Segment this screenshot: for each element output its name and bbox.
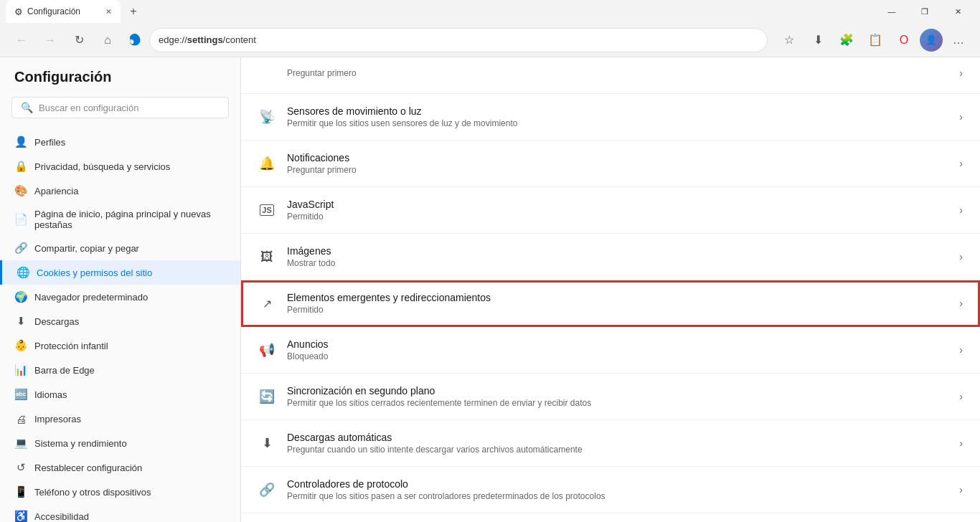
restore-button[interactable]: ❐: [908, 0, 941, 23]
settings-item-javascript[interactable]: JS JavaScript Permitido ›: [241, 187, 980, 234]
compartir-icon: 🔗: [14, 242, 27, 255]
settings-item-sincronizacion[interactable]: 🔄 Sincronización en segundo plano Permit…: [241, 374, 980, 420]
accesibilidad-icon: ♿: [14, 510, 27, 522]
settings-item-elementos-emergentes[interactable]: ↗ Elementos emergentes y redireccionamie…: [241, 280, 980, 327]
nav-icons: ☆ ⬇ 🧩 📋 O 👤 …: [776, 27, 971, 53]
cookies-label: Cookies y permisos del sitio: [37, 267, 152, 278]
sidebar-item-perfiles[interactable]: 👤 Perfiles: [0, 130, 240, 154]
impresoras-icon: 🖨: [14, 412, 27, 425]
pagina-inicio-label: Página de inicio, página principal y nue…: [34, 209, 226, 230]
settings-item-sensores[interactable]: 📡 Sensores de movimiento o luz Permitir …: [241, 94, 980, 141]
elementos-emergentes-subtitle: Permitido: [287, 305, 948, 315]
sidebar: Configuración 🔍 Buscar en configuración …: [0, 57, 241, 522]
anuncios-chevron: ›: [959, 344, 963, 356]
sidebar-item-sistema[interactable]: 💻 Sistema y rendimiento: [0, 431, 240, 455]
sidebar-item-accesibilidad[interactable]: ♿ Accesibilidad: [0, 504, 240, 522]
forward-button[interactable]: →: [37, 27, 63, 53]
chevron-icon: ›: [959, 67, 963, 79]
window-controls: — ❐ ✕: [875, 0, 974, 23]
more-button[interactable]: …: [946, 27, 971, 53]
privacidad-label: Privacidad, búsqueda y servicios: [34, 161, 170, 172]
sidebar-item-cookies[interactable]: 🌐 Cookies y permisos del sitio: [0, 260, 240, 285]
settings-item-anuncios[interactable]: 📢 Anuncios Bloqueado ›: [241, 327, 980, 374]
sincronizacion-icon: 🔄: [258, 388, 275, 405]
javascript-title: JavaScript: [287, 199, 948, 210]
controladores-chevron: ›: [959, 484, 963, 495]
sidebar-item-proteccion[interactable]: 👶 Protección infantil: [0, 333, 240, 358]
collections-button[interactable]: 📋: [862, 27, 888, 53]
navbar: ← → ↻ ⌂ edge://settings/content ☆ ⬇ 🧩 📋 …: [0, 23, 980, 57]
content-area: Preguntar primero › 📡 Sensores de movimi…: [241, 57, 980, 522]
elementos-emergentes-chevron: ›: [959, 298, 963, 309]
tab-title: Configuración: [27, 6, 80, 16]
active-tab[interactable]: ⚙ Configuración ✕: [6, 0, 121, 23]
sincronizacion-subtitle: Permitir que los sitios cerrados recient…: [287, 398, 948, 408]
search-placeholder: Buscar en configuración: [39, 103, 138, 113]
imagenes-subtitle: Mostrar todo: [287, 258, 948, 268]
javascript-icon: JS: [258, 201, 275, 219]
main-layout: Configuración 🔍 Buscar en configuración …: [0, 57, 980, 522]
refresh-button[interactable]: ↻: [66, 27, 92, 53]
notificaciones-chevron: ›: [959, 158, 963, 169]
edge-logo: [126, 32, 143, 49]
opera-button[interactable]: O: [891, 27, 917, 53]
sidebar-item-barra-edge[interactable]: 📊 Barra de Edge: [0, 358, 240, 382]
titlebar: ⚙ Configuración ✕ + — ❐ ✕: [0, 0, 980, 23]
descargas-auto-icon: ⬇: [258, 435, 275, 452]
search-box[interactable]: 🔍 Buscar en configuración: [11, 97, 229, 118]
anuncios-subtitle: Bloqueado: [287, 351, 948, 361]
sensores-title: Sensores de movimiento o luz: [287, 105, 948, 117]
sidebar-item-compartir[interactable]: 🔗 Compartir, copiar y pegar: [0, 236, 240, 260]
proteccion-label: Protección infantil: [34, 341, 108, 351]
sistema-icon: 💻: [14, 437, 27, 450]
sidebar-item-apariencia[interactable]: 🎨 Apariencia: [0, 179, 240, 203]
preguntar-icon: [258, 65, 275, 82]
perfiles-label: Perfiles: [34, 137, 65, 148]
sidebar-nav: 👤 Perfiles 🔒 Privacidad, búsqueda y serv…: [0, 130, 240, 522]
sidebar-item-restablecer[interactable]: ↺ Restablecer configuración: [0, 455, 240, 480]
favorites-button[interactable]: ☆: [776, 27, 802, 53]
profile-button[interactable]: 👤: [920, 29, 943, 52]
apariencia-label: Apariencia: [34, 186, 78, 196]
anuncios-icon: 📢: [258, 341, 275, 359]
settings-item-notificaciones[interactable]: 🔔 Notificaciones Preguntar primero ›: [241, 141, 980, 187]
imagenes-icon: 🖼: [258, 248, 275, 265]
address-bar[interactable]: edge://settings/content: [149, 28, 768, 52]
back-button[interactable]: ←: [9, 27, 34, 53]
navegador-icon: 🌍: [14, 290, 27, 303]
sidebar-title: Configuración: [0, 69, 240, 97]
sincronizacion-chevron: ›: [959, 391, 963, 402]
sidebar-item-privacidad[interactable]: 🔒 Privacidad, búsqueda y servicios: [0, 154, 240, 179]
sensores-chevron: ›: [959, 111, 963, 123]
sidebar-item-idiomas[interactable]: 🔤 Idiomas: [0, 382, 240, 407]
compartir-label: Compartir, copiar y pegar: [34, 243, 139, 254]
tab-close-button[interactable]: ✕: [105, 7, 112, 16]
preguntar-primero-item[interactable]: Preguntar primero ›: [241, 57, 980, 94]
sidebar-item-telefono[interactable]: 📱 Teléfono y otros dispositivos: [0, 480, 240, 504]
sidebar-item-pagina-inicio[interactable]: 📄 Página de inicio, página principal y n…: [0, 203, 240, 236]
minimize-button[interactable]: —: [875, 0, 908, 23]
new-tab-button[interactable]: +: [123, 1, 143, 22]
address-text: edge://settings/content: [159, 34, 256, 45]
extensions-button[interactable]: 🧩: [834, 27, 859, 53]
preguntar-subtitle: Preguntar primero: [287, 68, 948, 78]
home-button[interactable]: ⌂: [95, 27, 121, 53]
descargas-auto-title: Descargas automáticas: [287, 432, 948, 443]
proteccion-icon: 👶: [14, 339, 27, 352]
notificaciones-icon: 🔔: [258, 155, 275, 172]
sidebar-item-impresoras[interactable]: 🖨 Impresoras: [0, 407, 240, 431]
settings-item-imagenes[interactable]: 🖼 Imágenes Mostrar todo ›: [241, 234, 980, 280]
barra-edge-label: Barra de Edge: [34, 365, 95, 376]
settings-item-controladores[interactable]: 🔗 Controladores de protocolo Permitir qu…: [241, 467, 980, 513]
sidebar-item-descargas[interactable]: ⬇ Descargas: [0, 309, 240, 333]
sidebar-item-navegador[interactable]: 🌍 Navegador predeterminado: [0, 285, 240, 309]
imagenes-title: Imágenes: [287, 245, 948, 257]
settings-item-descargas-auto[interactable]: ⬇ Descargas automáticas Preguntar cuando…: [241, 420, 980, 467]
sensores-icon: 📡: [258, 108, 275, 125]
sistema-label: Sistema y rendimiento: [34, 438, 127, 449]
descargas-icon: ⬇: [14, 315, 27, 328]
perfiles-icon: 👤: [14, 136, 27, 148]
controladores-subtitle: Permitir que los sitios pasen a ser cont…: [287, 491, 948, 501]
close-button[interactable]: ✕: [941, 0, 974, 23]
downloads-button[interactable]: ⬇: [805, 27, 831, 53]
